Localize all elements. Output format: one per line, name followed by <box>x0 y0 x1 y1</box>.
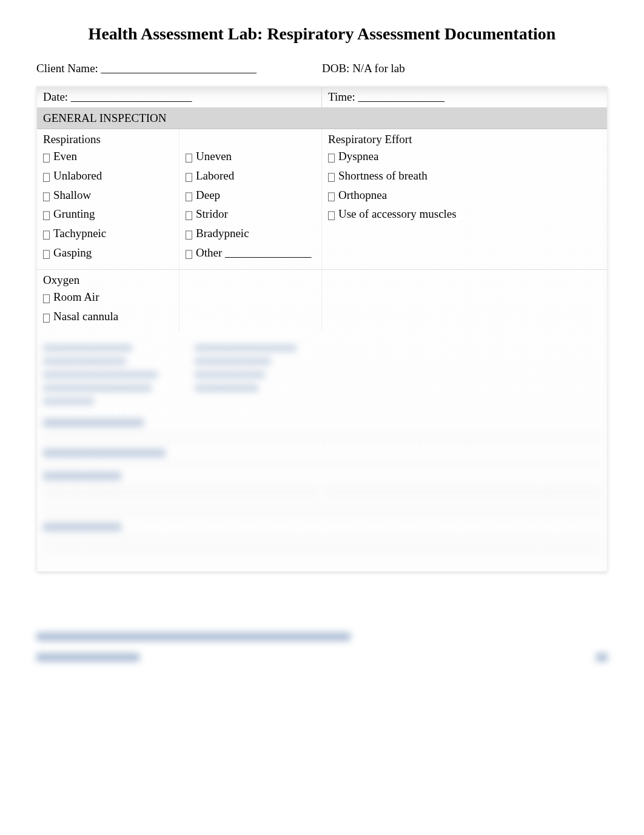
time-field[interactable]: Time: _______________ <box>322 87 607 107</box>
checkbox-label: Gasping <box>53 246 92 259</box>
checkbox-icon: ⎕ <box>43 169 50 186</box>
checkbox-dyspnea[interactable]: ⎕Dyspnea <box>328 147 601 167</box>
spacer <box>186 133 315 146</box>
checkbox-label: Uneven <box>196 150 232 163</box>
checkbox-icon: ⎕ <box>328 188 335 206</box>
checkbox-icon: ⎕ <box>43 226 50 244</box>
checkbox-icon: ⎕ <box>328 149 335 167</box>
client-info-row: Client Name: ___________________________… <box>36 62 608 75</box>
checkbox-label: Tachypneic <box>53 227 106 240</box>
checkbox-icon: ⎕ <box>186 246 192 263</box>
checkbox-label: Room Air <box>53 290 99 303</box>
obscured-content <box>37 332 607 571</box>
checkbox-icon: ⎕ <box>186 226 192 244</box>
oxygen-col: Oxygen ⎕Room Air ⎕Nasal cannula <box>37 270 179 333</box>
client-name-field[interactable]: Client Name: ___________________________ <box>36 62 322 75</box>
checkbox-icon: ⎕ <box>186 149 192 167</box>
general-inspection-header: GENERAL INSPECTION <box>37 108 607 129</box>
checkbox-bradypneic[interactable]: ⎕Bradypneic <box>186 224 315 244</box>
respirations-effort-row: Respirations ⎕Even ⎕Unlabored ⎕Shallow ⎕… <box>37 129 607 270</box>
checkbox-icon: ⎕ <box>43 246 50 263</box>
checkbox-label: Shallow <box>53 189 91 201</box>
checkbox-label: Nasal cannula <box>53 310 118 323</box>
oxygen-row: Oxygen ⎕Room Air ⎕Nasal cannula <box>37 270 607 333</box>
checkbox-icon: ⎕ <box>186 169 192 186</box>
checkbox-stridor[interactable]: ⎕Stridor <box>186 205 315 224</box>
dob-field: DOB: N/A for lab <box>322 62 608 75</box>
checkbox-gasping[interactable]: ⎕Gasping <box>43 244 173 263</box>
form-panel: Date: _____________________ Time: ______… <box>36 86 608 572</box>
checkbox-label: Unlabored <box>53 169 102 182</box>
checkbox-label: Stridor <box>196 207 228 220</box>
date-time-row: Date: _____________________ Time: ______… <box>37 87 607 108</box>
checkbox-even[interactable]: ⎕Even <box>43 147 173 167</box>
checkbox-icon: ⎕ <box>328 169 335 186</box>
checkbox-icon: ⎕ <box>43 290 50 307</box>
checkbox-label: Deep <box>196 189 220 201</box>
checkbox-label: Orthopnea <box>338 189 387 201</box>
checkbox-label: Use of accessory muscles <box>338 207 457 220</box>
obscured-footer <box>36 632 608 668</box>
checkbox-accessory-muscles[interactable]: ⎕Use of accessory muscles <box>328 205 601 224</box>
checkbox-label: Dyspnea <box>338 150 378 163</box>
checkbox-shallow[interactable]: ⎕Shallow <box>43 186 173 206</box>
checkbox-icon: ⎕ <box>43 309 50 327</box>
checkbox-other[interactable]: ⎕Other _______________ <box>186 244 315 263</box>
checkbox-label: Shortness of breath <box>338 169 428 182</box>
oxygen-col-c <box>322 270 607 333</box>
checkbox-labored[interactable]: ⎕Labored <box>186 167 315 186</box>
checkbox-deep[interactable]: ⎕Deep <box>186 186 315 206</box>
respirations-heading: Respirations <box>43 133 173 146</box>
respirations-col-b: ⎕Uneven ⎕Labored ⎕Deep ⎕Stridor ⎕Bradypn… <box>179 129 322 269</box>
checkbox-label: Labored <box>196 169 234 182</box>
respiratory-effort-heading: Respiratory Effort <box>328 133 601 146</box>
checkbox-shortness-of-breath[interactable]: ⎕Shortness of breath <box>328 167 601 186</box>
checkbox-tachypneic[interactable]: ⎕Tachypneic <box>43 224 173 244</box>
checkbox-icon: ⎕ <box>43 149 50 167</box>
checkbox-room-air[interactable]: ⎕Room Air <box>43 288 173 307</box>
checkbox-nasal-cannula[interactable]: ⎕Nasal cannula <box>43 307 173 327</box>
respiratory-effort-col: Respiratory Effort ⎕Dyspnea ⎕Shortness o… <box>322 129 607 269</box>
checkbox-label: Other _______________ <box>196 246 312 259</box>
checkbox-icon: ⎕ <box>186 207 192 224</box>
checkbox-label: Grunting <box>53 207 95 220</box>
checkbox-unlabored[interactable]: ⎕Unlabored <box>43 167 173 186</box>
checkbox-icon: ⎕ <box>43 207 50 224</box>
checkbox-label: Bradypneic <box>196 227 249 240</box>
page-title: Health Assessment Lab: Respiratory Asses… <box>36 24 608 44</box>
oxygen-col-b <box>179 270 322 333</box>
checkbox-uneven[interactable]: ⎕Uneven <box>186 147 315 167</box>
date-field[interactable]: Date: _____________________ <box>37 87 322 107</box>
respirations-col-a: Respirations ⎕Even ⎕Unlabored ⎕Shallow ⎕… <box>37 129 179 269</box>
oxygen-heading: Oxygen <box>43 273 173 287</box>
checkbox-icon: ⎕ <box>328 207 335 224</box>
checkbox-icon: ⎕ <box>186 188 192 206</box>
checkbox-icon: ⎕ <box>43 188 50 206</box>
checkbox-orthopnea[interactable]: ⎕Orthopnea <box>328 186 601 206</box>
checkbox-grunting[interactable]: ⎕Grunting <box>43 205 173 224</box>
checkbox-label: Even <box>53 150 77 163</box>
